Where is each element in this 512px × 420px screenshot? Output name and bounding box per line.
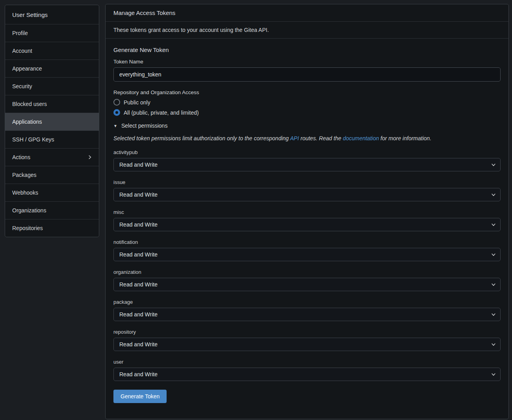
sidebar-item-applications[interactable]: Applications [5, 113, 99, 130]
permission-select-repository[interactable]: Read and Write [113, 338, 501, 351]
sidebar-item-label: Actions [12, 154, 30, 160]
sidebar-item-webhooks[interactable]: Webhooks [5, 184, 99, 201]
sidebar-item-security[interactable]: Security [5, 77, 99, 95]
manage-access-tokens-panel: Manage Access Tokens These tokens grant … [105, 4, 509, 419]
permission-group-repository: repository Read and Write [113, 329, 501, 351]
generate-token-button[interactable]: Generate Token [113, 390, 167, 403]
sidebar-item-ssh-gpg-keys[interactable]: SSH / GPG Keys [5, 130, 99, 148]
permission-label: repository [113, 329, 501, 335]
sidebar-item-label: Packages [12, 172, 36, 178]
permission-select-organization[interactable]: Read and Write [113, 278, 501, 291]
token-name-input[interactable] [113, 67, 501, 82]
radio-label: Public only [124, 99, 150, 106]
sidebar-item-blocked-users[interactable]: Blocked users [5, 95, 99, 113]
radio-all-access[interactable]: All (public, private, and limited) [113, 109, 199, 116]
select-permissions-label: Select permissions [121, 123, 168, 129]
sidebar-item-label: Appearance [12, 65, 42, 72]
permission-select-issue[interactable]: Read and Write [113, 188, 501, 201]
sidebar-item-account[interactable]: Account [5, 42, 99, 59]
permission-select-package[interactable]: Read and Write [113, 308, 501, 321]
permission-group-activitypub: activitypub Read and Write [113, 149, 501, 171]
select-permissions-toggle[interactable]: ▼ Select permissions [113, 123, 167, 129]
sidebar-item-actions[interactable]: Actions [5, 148, 99, 166]
permission-select-notification[interactable]: Read and Write [113, 248, 501, 261]
sidebar-item-label: Security [12, 83, 32, 89]
note-text: Selected token permissions limit authori… [113, 135, 290, 141]
sidebar-title: User Settings [5, 5, 99, 24]
token-name-label: Token Name [113, 59, 501, 65]
user-settings-sidebar: User Settings Profile Account Appearance… [5, 5, 99, 237]
sidebar-item-label: Account [12, 48, 32, 54]
permission-label: package [113, 299, 501, 305]
sidebar-item-label: SSH / GPG Keys [12, 136, 54, 143]
permission-group-notification: notification Read and Write [113, 239, 501, 261]
sidebar-item-label: Webhooks [12, 190, 38, 196]
permission-group-organization: organization Read and Write [113, 269, 501, 291]
radio-selected-icon [113, 109, 120, 116]
sidebar-item-label: Applications [12, 119, 42, 125]
permission-label: organization [113, 269, 501, 275]
sidebar-item-appearance[interactable]: Appearance [5, 59, 99, 77]
note-text: routes. Read the [299, 135, 343, 141]
permission-select-misc[interactable]: Read and Write [113, 218, 501, 231]
sidebar-item-packages[interactable]: Packages [5, 166, 99, 184]
radio-unselected-icon [113, 99, 120, 106]
permission-group-misc: misc Read and Write [113, 209, 501, 231]
permission-group-issue: issue Read and Write [113, 179, 501, 201]
sidebar-item-organizations[interactable]: Organizations [5, 201, 99, 219]
permission-select-user[interactable]: Read and Write [113, 368, 501, 381]
sidebar-item-label: Repositories [12, 225, 43, 231]
sidebar-item-repositories[interactable]: Repositories [5, 219, 99, 237]
radio-public-only[interactable]: Public only [113, 99, 150, 106]
sidebar-item-label: Organizations [12, 207, 46, 214]
permission-group-user: user Read and Write [113, 359, 501, 381]
permission-label: user [113, 359, 501, 365]
documentation-link[interactable]: documentation [343, 135, 379, 141]
permissions-note: Selected token permissions limit authori… [113, 135, 501, 141]
sidebar-item-profile[interactable]: Profile [5, 24, 99, 42]
permission-label: misc [113, 209, 501, 215]
triangle-down-icon: ▼ [113, 124, 117, 128]
chevron-right-icon [87, 154, 93, 160]
radio-label: All (public, private, and limited) [124, 110, 199, 116]
note-text: for more information. [379, 135, 431, 141]
generate-new-token-heading: Generate New Token [113, 46, 501, 53]
sidebar-item-label: Blocked users [12, 101, 47, 107]
permission-label: notification [113, 239, 501, 245]
panel-title: Manage Access Tokens [106, 4, 508, 22]
permission-select-activitypub[interactable]: Read and Write [113, 158, 501, 171]
access-scope-label: Repository and Organization Access [113, 89, 501, 95]
sidebar-item-label: Profile [12, 30, 28, 36]
permission-group-package: package Read and Write [113, 299, 501, 321]
permission-label: issue [113, 179, 501, 185]
token-form: Generate New Token Token Name Repository… [106, 39, 508, 411]
panel-description: These tokens grant access to your accoun… [106, 22, 508, 39]
api-link[interactable]: API [290, 135, 299, 141]
permission-label: activitypub [113, 149, 501, 155]
